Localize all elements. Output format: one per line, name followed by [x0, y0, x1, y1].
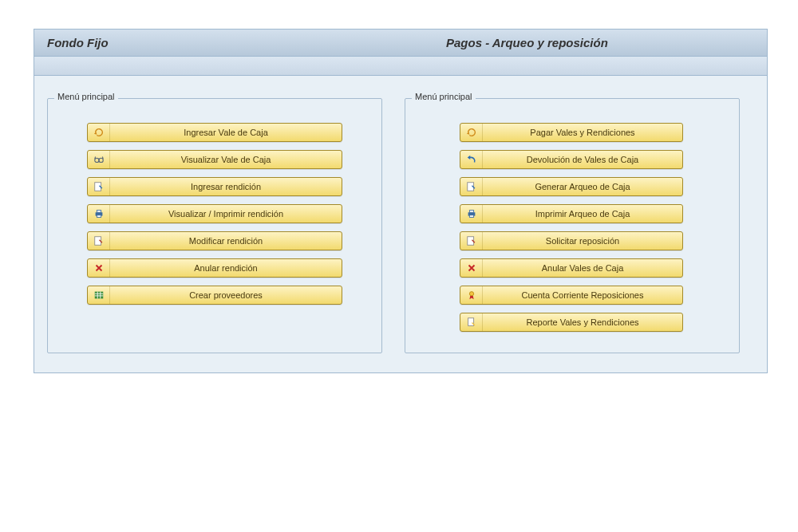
panel-fondo-fijo: Menú principal Ingresar Vale de Caja Vis…	[47, 98, 382, 353]
refresh-icon	[460, 124, 483, 141]
btn-label: Generar Arqueo de Caja	[483, 178, 682, 195]
btn-anular-rendicion[interactable]: Anular rendición	[87, 258, 342, 278]
undo-icon	[460, 151, 483, 168]
btn-label: Visualizar / Imprimir rendición	[110, 205, 342, 223]
svg-point-0	[94, 158, 98, 162]
panel-title-left: Menú principal	[54, 92, 118, 101]
bluepencil-icon	[460, 178, 483, 195]
btn-imprimir-arqueo[interactable]: Imprimir Arqueo de Caja	[460, 204, 683, 223]
btn-label: Imprimir Arqueo de Caja	[483, 205, 682, 223]
svg-rect-14	[468, 318, 473, 326]
btn-generar-arqueo[interactable]: Generar Arqueo de Caja	[460, 177, 683, 196]
svg-rect-11	[469, 215, 473, 218]
btn-reporte-vales[interactable]: Reporte Vales y Rendiciones	[460, 313, 683, 332]
btn-cuenta-corriente[interactable]: Cuenta Corriente Reposiciones	[460, 286, 683, 305]
doc-icon	[460, 313, 483, 331]
redpencil-icon	[460, 232, 483, 250]
btn-visualizar-imprimir-rendicion[interactable]: Visualizar / Imprimir rendición	[87, 204, 342, 223]
btn-label: Anular rendición	[110, 259, 342, 277]
btn-label: Pagar Vales y Rendiciones	[483, 124, 682, 141]
btn-label: Anular Vales de Caja	[483, 259, 682, 277]
btn-devolucion-vales[interactable]: Devolución de Vales de Caja	[460, 150, 683, 169]
btn-label: Ingresar Vale de Caja	[110, 124, 342, 141]
btn-ingresar-rendicion[interactable]: Ingresar rendición	[87, 177, 342, 196]
btn-label: Visualizar Vale de Caja	[110, 151, 342, 168]
btn-label: Reporte Vales y Rendiciones	[483, 313, 682, 331]
x-icon	[460, 259, 483, 277]
panel-pagos-arqueo: Menú principal Pagar Vales y Rendiciones…	[405, 98, 740, 353]
btn-visualizar-vale[interactable]: Visualizar Vale de Caja	[87, 150, 342, 169]
btn-label: Solicitar reposición	[483, 232, 682, 250]
btn-modificar-rendicion[interactable]: Modificar rendición	[87, 231, 342, 250]
svg-rect-10	[469, 211, 473, 213]
svg-point-13	[469, 292, 473, 296]
grid-icon	[88, 286, 110, 304]
content-area: Menú principal Ingresar Vale de Caja Vis…	[34, 76, 767, 372]
btn-crear-proveedores[interactable]: Crear proveedores	[87, 286, 342, 305]
main-window: Fondo Fijo Pagos - Arqueo y reposición M…	[34, 29, 768, 373]
printer-icon	[460, 205, 483, 223]
btn-label: Ingresar rendición	[110, 178, 342, 195]
svg-rect-5	[97, 215, 101, 218]
btn-label: Modificar rendición	[110, 232, 342, 250]
btn-anular-vales[interactable]: Anular Vales de Caja	[460, 258, 683, 278]
btn-label: Cuenta Corriente Reposiciones	[483, 286, 682, 304]
svg-rect-4	[97, 211, 101, 213]
toolbar-sub-bar	[34, 57, 767, 76]
x-icon	[88, 259, 110, 277]
printer-icon	[88, 205, 110, 223]
btn-label: Devolución de Vales de Caja	[483, 151, 682, 168]
btn-solicitar-reposicion[interactable]: Solicitar reposición	[460, 231, 683, 250]
header-title-right: Pagos - Arqueo y reposición	[414, 36, 754, 49]
btn-ingresar-vale[interactable]: Ingresar Vale de Caja	[87, 123, 342, 142]
svg-point-1	[99, 158, 103, 162]
svg-rect-7	[94, 292, 103, 299]
header-bar: Fondo Fijo Pagos - Arqueo y reposición	[34, 30, 767, 57]
btn-label: Crear proveedores	[110, 286, 342, 304]
panel-title-right: Menú principal	[412, 92, 476, 101]
refresh-icon	[88, 124, 110, 141]
medal-icon	[460, 286, 483, 304]
redpencil-icon	[88, 232, 110, 250]
btn-pagar-vales[interactable]: Pagar Vales y Rendiciones	[460, 123, 683, 142]
header-title-left: Fondo Fijo	[47, 36, 414, 49]
pencil-icon	[88, 178, 110, 195]
glasses-icon	[88, 151, 110, 168]
